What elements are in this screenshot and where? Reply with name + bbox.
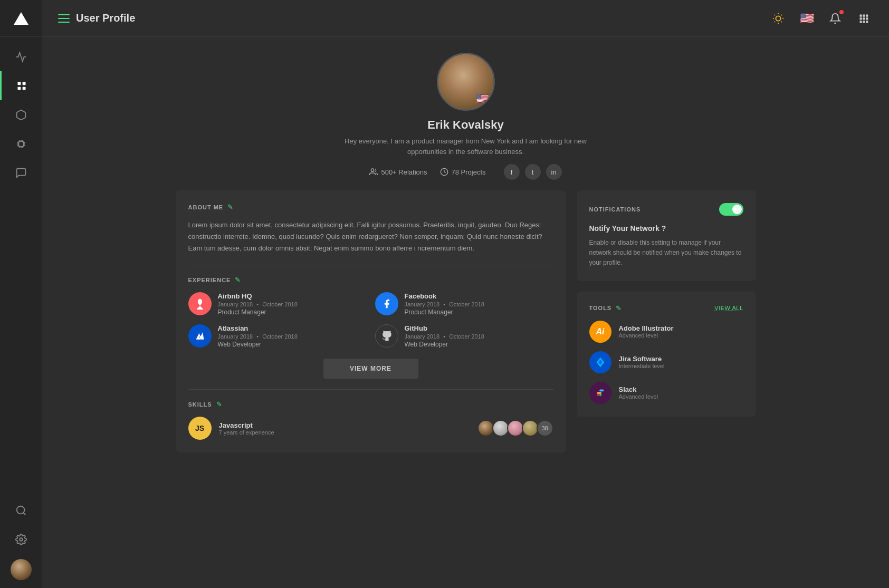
- tools-header: TOOLS ✎ VIEW ALL: [589, 304, 743, 312]
- sidebar-item-dashboard[interactable]: [0, 71, 42, 100]
- jira-name: Jira Software: [619, 355, 665, 363]
- slack-logo: [589, 382, 611, 404]
- header-left: User Profile: [58, 12, 135, 24]
- apps-grid-button[interactable]: [854, 9, 873, 28]
- airbnb-dates: January 2018 • October 2018: [218, 301, 298, 307]
- svg-rect-3: [18, 86, 21, 90]
- tools-title-row: TOOLS ✎: [589, 304, 622, 312]
- social-links: f t in: [504, 164, 562, 180]
- cube-icon: [15, 109, 27, 121]
- tool-item-jira: Jira Software Intermediate level: [589, 351, 743, 373]
- projects-stat: 78 Projects: [440, 168, 486, 176]
- facebook-icon: [381, 298, 392, 309]
- github-company: GitHub: [405, 324, 484, 332]
- experience-header: EXPERIENCE ✎: [188, 276, 553, 284]
- notification-badge: [839, 10, 844, 14]
- sidebar-item-activity[interactable]: [0, 42, 42, 71]
- facebook-logo: [375, 292, 398, 315]
- language-flag[interactable]: 🇺🇸: [797, 9, 816, 28]
- tool-item-slack: Slack Advanced level: [589, 382, 743, 404]
- svg-line-7: [23, 513, 25, 515]
- notification-bell-button[interactable]: [826, 9, 845, 28]
- svg-line-17: [781, 14, 782, 15]
- view-more-button[interactable]: VIEW MORE: [323, 359, 418, 379]
- about-me-edit-icon[interactable]: ✎: [227, 203, 233, 211]
- github-role: Web Developer: [405, 341, 484, 348]
- slack-name: Slack: [619, 385, 658, 393]
- javascript-info: Javascript 7 years of experience: [219, 421, 470, 436]
- illustrator-logo: Ai: [589, 321, 611, 343]
- svg-line-16: [775, 21, 775, 22]
- hamburger-menu[interactable]: [58, 14, 70, 23]
- facebook-role: Product Manager: [405, 309, 484, 316]
- relations-count: 500+ Relations: [381, 168, 427, 176]
- main-panel: User Profile 🇺🇸: [42, 0, 889, 588]
- logo-triangle-icon: [13, 10, 30, 27]
- sidebar-item-chip[interactable]: [0, 129, 42, 158]
- svg-rect-22: [863, 17, 865, 20]
- javascript-badge: JS: [188, 417, 212, 440]
- skills-header: SKILLS ✎: [188, 400, 553, 408]
- sidebar-bottom: [0, 496, 42, 588]
- page-content: 🇺🇸 Erik Kovalsky Hey everyone, I am a pr…: [42, 37, 889, 588]
- skills-edit-icon[interactable]: ✎: [216, 400, 222, 408]
- about-me-header: ABOUT ME ✎: [188, 203, 553, 211]
- svg-point-27: [371, 169, 374, 171]
- svg-rect-1: [18, 82, 21, 85]
- twitter-link[interactable]: t: [525, 164, 541, 180]
- sidebar-item-cube[interactable]: [0, 100, 42, 129]
- facebook-info: Facebook January 2018 • October 2018 Pro…: [405, 292, 484, 316]
- chat-icon: [15, 167, 27, 179]
- facebook-dates: January 2018 • October 2018: [405, 301, 484, 307]
- profile-flag: 🇺🇸: [476, 92, 489, 105]
- svg-line-12: [775, 14, 775, 15]
- about-me-card: ABOUT ME ✎ Lorem ipsum dolor sit amet, c…: [176, 190, 566, 452]
- svg-rect-24: [860, 21, 862, 23]
- profile-header: 🇺🇸 Erik Kovalsky Hey everyone, I am a pr…: [176, 53, 756, 180]
- endorsers-count: 38: [537, 420, 553, 437]
- theme-toggle-button[interactable]: [769, 9, 788, 28]
- atlassian-company: Atlassian: [218, 324, 298, 332]
- atlassian-role: Web Developer: [218, 341, 298, 348]
- facebook-link[interactable]: f: [504, 164, 520, 180]
- svg-rect-19: [863, 14, 865, 16]
- notifications-title: NOTIFICATIONS: [589, 206, 641, 213]
- illustrator-name: Adobe Illustrator: [619, 324, 674, 332]
- svg-point-6: [16, 506, 24, 514]
- illustrator-level: Advanced level: [619, 332, 674, 339]
- tools-edit-icon[interactable]: ✎: [616, 304, 622, 312]
- skill-item-javascript: JS Javascript 7 years of experience 38: [188, 417, 553, 440]
- airbnb-company: Airbnb HQ: [218, 292, 298, 300]
- sidebar-item-settings[interactable]: [0, 525, 42, 554]
- svg-rect-26: [866, 21, 868, 23]
- sidebar-item-chat[interactable]: [0, 158, 42, 187]
- experience-edit-icon[interactable]: ✎: [235, 276, 241, 284]
- user-avatar-sidebar[interactable]: [11, 559, 32, 580]
- svg-line-13: [781, 21, 782, 22]
- activity-icon: [15, 51, 27, 63]
- svg-rect-21: [860, 17, 862, 20]
- atlassian-icon: [195, 331, 205, 341]
- jira-info: Jira Software Intermediate level: [619, 355, 665, 369]
- notifications-description: Enable or disable this setting to manage…: [589, 238, 743, 268]
- airbnb-icon: [194, 298, 206, 310]
- atlassian-info: Atlassian January 2018 • October 2018 We…: [218, 324, 298, 348]
- view-all-tools-button[interactable]: VIEW ALL: [714, 305, 743, 311]
- svg-rect-23: [866, 17, 868, 20]
- exp-item-atlassian: Atlassian January 2018 • October 2018 We…: [188, 324, 367, 348]
- slack-info: Slack Advanced level: [619, 385, 658, 400]
- sun-icon: [772, 13, 784, 24]
- skills-title: SKILLS: [188, 401, 212, 408]
- notifications-toggle[interactable]: [719, 203, 743, 216]
- relations-icon: [369, 168, 378, 176]
- notifications-question: Notify Your Network ?: [589, 224, 743, 233]
- sidebar-item-search[interactable]: [0, 496, 42, 525]
- endorser-3: [507, 420, 524, 437]
- app-logo[interactable]: [0, 0, 42, 37]
- endorser-4: [522, 420, 539, 437]
- linkedin-link[interactable]: in: [546, 164, 562, 180]
- javascript-name: Javascript: [219, 421, 470, 429]
- bell-icon: [829, 13, 841, 24]
- profile-bio: Hey everyone, I am a product manager fro…: [334, 136, 598, 157]
- javascript-experience: 7 years of experience: [219, 429, 470, 436]
